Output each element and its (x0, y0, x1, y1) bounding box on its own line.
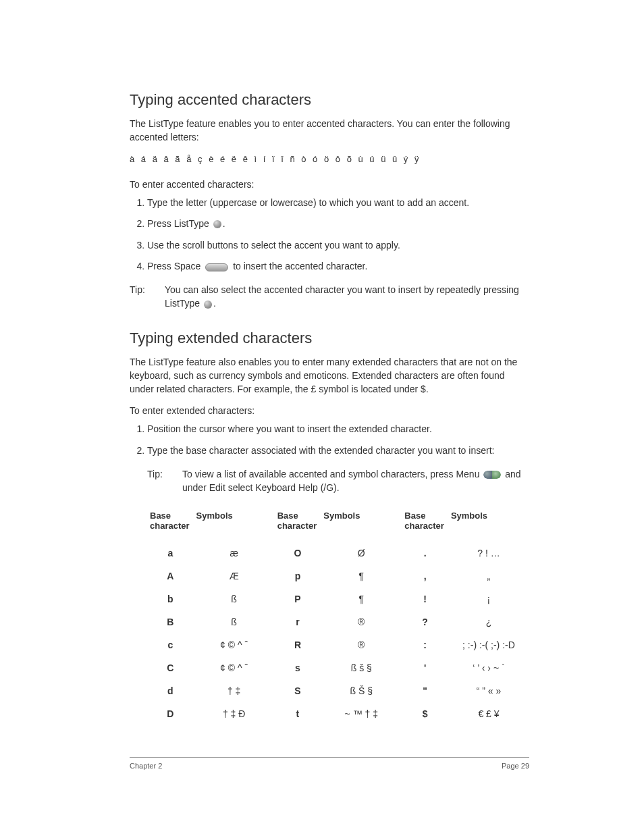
base-char: a (147, 542, 194, 565)
base-char: ! (402, 588, 448, 610)
symbol-cell: ß (194, 610, 275, 633)
base-char: ? (402, 610, 448, 633)
steps-accented: Type the letter (uppercase or lowercase)… (130, 197, 529, 273)
subheading-accented: To enter accented characters: (130, 179, 529, 190)
base-char: " (402, 679, 448, 702)
symbol-cell: ¶ (321, 588, 402, 610)
col-symbols: Symbols (321, 506, 402, 542)
base-char: t (275, 702, 321, 725)
symbol-cell: ; :-) :-( ;-) :-D (448, 633, 529, 656)
base-char: $ (402, 702, 448, 725)
base-char: . (402, 542, 448, 565)
footer-chapter: Chapter 2 (130, 762, 162, 770)
tip-label: Tip: (147, 467, 182, 495)
base-char: , (402, 565, 448, 588)
base-char: S (275, 679, 321, 702)
footer-page: Page 29 (502, 762, 529, 770)
step-ext-1: Position the cursor where you want to in… (147, 423, 529, 436)
heading-extended: Typing extended characters (130, 330, 529, 347)
symbol-cell: ß (194, 588, 275, 610)
tip-accented: Tip: You can also select the accented ch… (130, 283, 529, 311)
intro-extended: The ListType feature also enables you to… (130, 355, 529, 396)
base-char: s (275, 656, 321, 679)
table-row: c¢ © ^ ˆR®:; :-) :-( ;-) :-D (147, 633, 529, 656)
symbol-cell: € £ ¥ (448, 702, 529, 725)
tip-label: Tip: (130, 283, 165, 311)
subheading-extended: To enter extended characters: (130, 405, 529, 416)
symbol-cell: „ (448, 565, 529, 588)
base-char: B (147, 610, 194, 633)
symbol-cell: ¢ © ^ ˆ (194, 633, 275, 656)
col-base: Base character (402, 506, 448, 542)
symbol-cell: † ‡ Ð (194, 702, 275, 725)
base-char: d (147, 679, 194, 702)
table-row: bßP¶!¡ (147, 588, 529, 610)
table-row: AÆp¶,„ (147, 565, 529, 588)
base-char: b (147, 588, 194, 610)
symbol-cell: ¿ (448, 610, 529, 633)
step-2: Press ListType . (147, 217, 529, 231)
space-key-icon (205, 263, 228, 271)
listtype-icon (204, 301, 212, 309)
col-symbols: Symbols (194, 506, 275, 542)
base-char: C (147, 656, 194, 679)
table-row: C¢ © ^ ˆsß š §'‘ ’ ‹ › ~ ` (147, 656, 529, 679)
symbol-cell: Æ (194, 565, 275, 588)
symbol-cell: Ø (321, 542, 402, 565)
base-char: D (147, 702, 194, 725)
step-1: Type the letter (uppercase or lowercase)… (147, 197, 529, 210)
tip-body: To view a list of available accented and… (182, 467, 529, 495)
base-char: ' (402, 656, 448, 679)
steps-extended: Position the cursor where you want to in… (130, 423, 529, 457)
col-base: Base character (275, 506, 321, 542)
character-table: Base character Symbols Base character Sy… (147, 506, 529, 725)
step-ext-2: Type the base character associated with … (147, 444, 529, 458)
tip-body: You can also select the accented charact… (165, 283, 529, 311)
intro-accented: The ListType feature enables you to ente… (130, 117, 529, 145)
step-3: Use the scroll buttons to select the acc… (147, 239, 529, 253)
col-base: Base character (147, 506, 194, 542)
col-symbols: Symbols (448, 506, 529, 542)
symbol-cell: ? ! … (448, 542, 529, 565)
symbol-cell: † ‡ (194, 679, 275, 702)
symbol-cell: ¢ © ^ ˆ (194, 656, 275, 679)
symbol-cell: ~ ™ † ‡ (321, 702, 402, 725)
base-char: : (402, 633, 448, 656)
base-char: A (147, 565, 194, 588)
symbol-cell: ® (321, 610, 402, 633)
table-row: aæOØ.? ! … (147, 542, 529, 565)
page-footer: Chapter 2 Page 29 (130, 757, 529, 770)
base-char: p (275, 565, 321, 588)
symbol-cell: ß š § (321, 656, 402, 679)
heading-accented: Typing accented characters (130, 91, 529, 109)
symbol-cell: ‘ ’ ‹ › ~ ` (448, 656, 529, 679)
table-row: Bßr®?¿ (147, 610, 529, 633)
base-char: P (275, 588, 321, 610)
base-char: O (275, 542, 321, 565)
table-row: D† ‡ Ðt~ ™ † ‡$€ £ ¥ (147, 702, 529, 725)
step-4: Press Space to insert the accented chara… (147, 260, 529, 273)
listtype-icon (213, 220, 221, 228)
symbol-cell: ¶ (321, 565, 402, 588)
symbol-cell: æ (194, 542, 275, 565)
menu-icon (483, 471, 501, 479)
accented-letters-list: à á ä â ã å ç è é ë ê ì í ï î ñ ò ó ö ô … (130, 154, 529, 164)
tip-extended: Tip: To view a list of available accente… (147, 467, 529, 495)
symbol-cell: ß Š § (321, 679, 402, 702)
symbol-cell: ® (321, 633, 402, 656)
symbol-cell: “ ” « » (448, 679, 529, 702)
base-char: c (147, 633, 194, 656)
base-char: r (275, 610, 321, 633)
table-row: d† ‡Sß Š §"“ ” « » (147, 679, 529, 702)
base-char: R (275, 633, 321, 656)
symbol-cell: ¡ (448, 588, 529, 610)
